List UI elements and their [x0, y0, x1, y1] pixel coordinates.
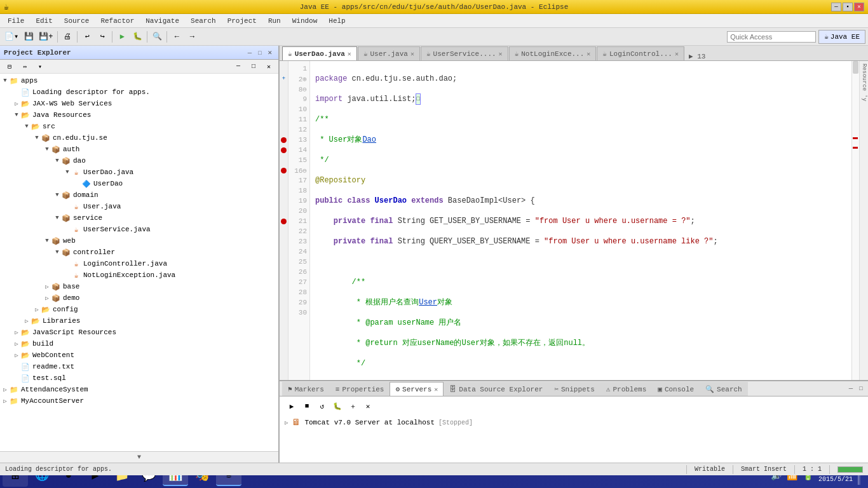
- bottom-tab-problems[interactable]: ⚠ Problems: [600, 382, 652, 396]
- toggle-dao[interactable]: ▼: [53, 158, 61, 164]
- toggle-userdao[interactable]: ▼: [64, 169, 71, 175]
- print-button[interactable]: 🖨: [60, 30, 74, 44]
- new-button[interactable]: 📄▾: [3, 30, 20, 44]
- tree-item-userdao-class[interactable]: 🔷 UserDao: [0, 178, 278, 189]
- java-ee-perspective[interactable]: ☕ Java EE: [818, 30, 865, 44]
- tree-item-service[interactable]: ▼ 📦 service: [0, 212, 278, 224]
- menu-navigate[interactable]: Navigate: [140, 16, 184, 26]
- tab-notloginexception[interactable]: ☕ NotLoginExce... ✕: [509, 46, 597, 60]
- menu-project[interactable]: Project: [222, 16, 262, 26]
- explorer-maximize-button[interactable]: □: [255, 48, 264, 57]
- run-button[interactable]: ▶: [115, 30, 129, 44]
- tree-item-web[interactable]: ▼ 📦 web: [0, 235, 278, 247]
- toggle-base[interactable]: ▷: [43, 283, 51, 290]
- tree-item-userservice[interactable]: ☕ UserService.java: [0, 224, 278, 235]
- menu-help[interactable]: Help: [323, 16, 350, 26]
- tree-item-js-resources[interactable]: ▷ 📂 JavaScript Resources: [0, 327, 278, 338]
- bottom-minimize-btn[interactable]: ─: [846, 384, 855, 393]
- menu-search[interactable]: Search: [186, 16, 221, 26]
- tab-close-userdao[interactable]: ✕: [348, 50, 351, 58]
- redo-button[interactable]: ↪: [95, 30, 109, 44]
- tab-userdao[interactable]: ☕ UserDao.java ✕: [282, 46, 357, 60]
- save-all-button[interactable]: 💾+: [37, 30, 55, 44]
- bottom-tab-datasource[interactable]: 🗄 Data Source Explorer: [444, 382, 548, 396]
- menu-run[interactable]: Run: [263, 16, 286, 26]
- server-entry-tomcat[interactable]: ▷ 🖥 Tomcat v7.0 Server at localhost [Sto…: [285, 416, 863, 430]
- tree-item-attendance[interactable]: ▷ 📁 AttendanceSystem: [0, 384, 278, 395]
- tree-item-myaccount[interactable]: ▷ 📁 MyAccountServer: [0, 395, 278, 407]
- server-expand-arrow[interactable]: ▷: [285, 419, 288, 426]
- toggle-attendance[interactable]: ▷: [1, 386, 9, 393]
- toggle-jaxws[interactable]: ▷: [13, 100, 20, 107]
- prev-button[interactable]: ←: [170, 30, 184, 44]
- servers-close[interactable]: ✕: [434, 386, 438, 393]
- menu-edit[interactable]: Edit: [31, 16, 57, 26]
- undo-button[interactable]: ↩: [80, 30, 94, 44]
- explorer-minimize-button[interactable]: ─: [245, 48, 254, 57]
- next-button[interactable]: →: [185, 30, 199, 44]
- bottom-tab-markers[interactable]: ⚑ Markers: [282, 382, 330, 396]
- collapse-all-button[interactable]: ⊟: [3, 61, 17, 72]
- toggle-java-resources[interactable]: ▼: [13, 112, 20, 118]
- tree-item-libraries[interactable]: ▷ 📂 Libraries: [0, 315, 278, 327]
- tree-item-domain[interactable]: ▼ 📦 domain: [0, 189, 278, 201]
- minimize-button[interactable]: ─: [831, 3, 841, 11]
- bottom-tab-servers[interactable]: ⚙ Servers ✕: [390, 382, 444, 396]
- start-server-btn[interactable]: ▶: [285, 400, 299, 412]
- tree-item-src[interactable]: ▼ 📂 src: [0, 121, 278, 132]
- bottom-tab-properties[interactable]: ≡ Properties: [330, 382, 390, 396]
- tab-userservice[interactable]: ☕ UserService.... ✕: [421, 46, 508, 60]
- toggle-demo[interactable]: ▷: [43, 295, 51, 302]
- toggle-domain[interactable]: ▼: [53, 192, 61, 198]
- tab-user[interactable]: ☕ User.java ✕: [358, 46, 420, 60]
- search-button[interactable]: 🔍: [150, 30, 164, 44]
- tree-item-auth[interactable]: ▼ 📦 auth: [0, 144, 278, 155]
- tree-menu-button[interactable]: ▾: [33, 61, 47, 72]
- toggle-config[interactable]: ▷: [33, 306, 41, 313]
- tree-maximize-btn[interactable]: □: [247, 61, 261, 72]
- tree-item-config[interactable]: ▷ 📂 config: [0, 304, 278, 315]
- bottom-maximize-btn[interactable]: □: [857, 384, 865, 393]
- quick-access-input[interactable]: [727, 31, 816, 43]
- tab-close-user[interactable]: ✕: [410, 50, 414, 58]
- tree-item-jaxws[interactable]: ▷ 📂 JAX-WS Web Services: [0, 98, 278, 109]
- toggle-service[interactable]: ▼: [53, 215, 61, 221]
- tree-item-base[interactable]: ▷ 📦 base: [0, 281, 278, 292]
- menu-source[interactable]: Source: [59, 16, 95, 26]
- tree-item-dao[interactable]: ▼ 📦 dao: [0, 155, 278, 166]
- remove-server-btn[interactable]: ✕: [361, 400, 375, 412]
- toggle-libraries[interactable]: ▷: [23, 318, 31, 325]
- toggle-webcontent[interactable]: ▷: [13, 352, 20, 359]
- tree-item-build[interactable]: ▷ 📂 build: [0, 338, 278, 349]
- expand-toggle-apps[interactable]: ▼: [1, 78, 9, 84]
- bottom-tab-console[interactable]: ▣ Console: [652, 382, 700, 396]
- toggle-build[interactable]: ▷: [13, 341, 20, 348]
- tree-scroll-down[interactable]: ▼: [0, 451, 278, 463]
- close-button[interactable]: ✕: [854, 3, 864, 11]
- tab-overflow[interactable]: ▶ 13: [685, 52, 709, 60]
- menu-window[interactable]: Window: [287, 16, 323, 26]
- ruler-thumb[interactable]: [853, 61, 858, 74]
- toggle-auth[interactable]: ▼: [43, 146, 51, 152]
- tab-close-notlogin[interactable]: ✕: [587, 50, 590, 58]
- tree-item-notloginexception[interactable]: ☕ NotLoginException.java: [0, 269, 278, 281]
- tab-close-loginctrl[interactable]: ✕: [675, 50, 679, 58]
- tree-item-readme[interactable]: 📄 readme.txt: [0, 361, 278, 372]
- restore-button[interactable]: ▪: [843, 3, 853, 11]
- add-server-btn[interactable]: ＋: [346, 400, 360, 412]
- toggle-package-cn[interactable]: ▼: [33, 135, 41, 141]
- explorer-close-button[interactable]: ✕: [266, 48, 275, 57]
- tree-item-test-sql[interactable]: 📄 test.sql: [0, 372, 278, 384]
- toggle-web[interactable]: ▼: [43, 238, 51, 244]
- toggle-src[interactable]: ▼: [23, 123, 31, 130]
- restart-server-btn[interactable]: ↺: [315, 400, 329, 412]
- code-editor[interactable]: package cn.edu.tju.se.auth.dao; import j…: [310, 61, 851, 380]
- tree-item-user[interactable]: ☕ User.java: [0, 201, 278, 212]
- debug-button[interactable]: 🐛: [130, 30, 144, 44]
- toggle-controller[interactable]: ▼: [53, 249, 61, 255]
- tree-item-logincontroller[interactable]: ☕ LoginController.java: [0, 258, 278, 269]
- tree-item-loading[interactable]: 📄 Loading descriptor for apps.: [0, 86, 278, 98]
- tree-item-apps[interactable]: ▼ 📁 apps: [0, 75, 278, 86]
- stop-server-btn[interactable]: ■: [300, 400, 314, 412]
- tab-logincontroller[interactable]: ☕ LoginControl... ✕: [597, 46, 684, 60]
